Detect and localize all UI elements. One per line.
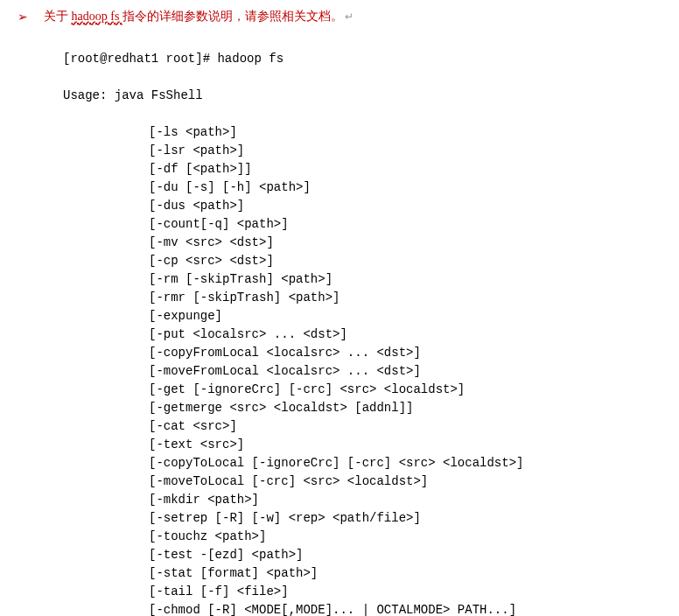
option-line: [-copyFromLocal <localsrc> ... <dst>] [63, 344, 662, 362]
option-line: [-getmerge <src> <localdst> [addnl]] [63, 399, 662, 417]
note-line: ➢ 关于 hadoop fs 指令的详细参数说明，请参照相关文档。↵ [18, 7, 662, 26]
option-line: [-chmod [-R] <MODE[,MODE]... | OCTALMODE… [63, 601, 662, 616]
option-line: [-mkdir <path>] [63, 491, 662, 509]
option-line: [-setrep [-R] [-w] <rep> <path/file>] [63, 509, 662, 528]
option-line: [-expunge] [63, 307, 662, 326]
option-line: [-rmr [-skipTrash] <path>] [63, 289, 662, 307]
option-line: [-moveToLocal [-crc] <src> <localdst>] [63, 472, 662, 491]
return-mark-icon: ↵ [345, 10, 354, 23]
option-line: [-count[-q] <path>] [63, 215, 662, 234]
option-line: [-ls <path>] [63, 123, 662, 142]
option-line: [-copyToLocal [-ignoreCrc] [-crc] <src> … [63, 454, 662, 472]
option-line: [-cat <src>] [63, 417, 662, 436]
bullet-arrow-icon: ➢ [18, 7, 28, 26]
option-line: [-moveFromLocal <localsrc> ... <dst>] [63, 362, 662, 381]
note-suffix: 指令的详细参数说明，请参照相关文档。 [122, 10, 343, 23]
shell-prompt-line: [root@redhat1 root]# hadoop fs [63, 50, 662, 68]
option-line: [-cp <src> <dst>] [63, 252, 662, 270]
option-line: [-put <localsrc> ... <dst>] [63, 326, 662, 344]
note-prefix: 关于 [44, 10, 72, 23]
note-text-wrapper: 关于 hadoop fs 指令的详细参数说明，请参照相关文档。↵ [44, 7, 354, 26]
option-line: [-du [-s] [-h] <path>] [63, 178, 662, 197]
option-line: [-get [-ignoreCrc] [-crc] <src> <localds… [63, 381, 662, 399]
option-line: [-tail [-f] <file>] [63, 583, 662, 601]
option-line: [-test -[ezd] <path>] [63, 546, 662, 564]
options-list: [-ls <path>][-lsr <path>][-df [<path>]][… [63, 123, 662, 616]
option-line: [-rm [-skipTrash] <path>] [63, 270, 662, 289]
option-line: [-df [<path>]] [63, 160, 662, 178]
hadoop-command-text: hadoop fs [72, 10, 122, 23]
usage-line: Usage: java FsShell [63, 87, 662, 105]
terminal-output: [root@redhat1 root]# hadoop fs Usage: ja… [63, 32, 662, 616]
option-line: [-stat [format] <path>] [63, 564, 662, 583]
option-line: [-touchz <path>] [63, 528, 662, 546]
option-line: [-mv <src> <dst>] [63, 234, 662, 252]
option-line: [-text <src>] [63, 436, 662, 454]
option-line: [-dus <path>] [63, 197, 662, 215]
option-line: [-lsr <path>] [63, 142, 662, 160]
